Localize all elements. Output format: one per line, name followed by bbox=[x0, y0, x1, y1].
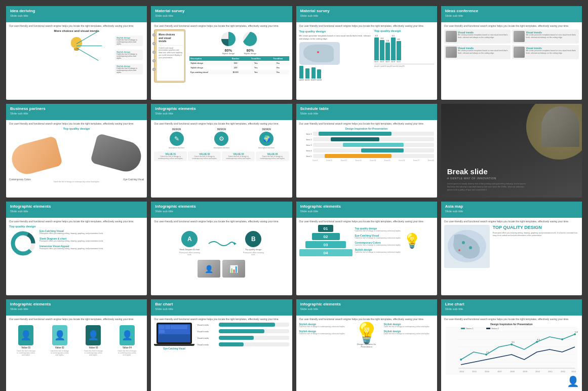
slide-3[interactable]: Material survey Slide sub title Our user… bbox=[296, 6, 437, 100]
pyramid-label-3: Contemporary Colors Catch the feel of de… bbox=[355, 241, 401, 246]
slide-14-title: Bar chart bbox=[155, 302, 288, 307]
slide-12-body: Our user-friendly and functional search … bbox=[441, 218, 582, 292]
slide-10[interactable]: Infographic elements Slide sub title Our… bbox=[151, 202, 292, 295]
slide-8[interactable]: Break slide A GENTLE WAY OF INNOVATION L… bbox=[441, 104, 582, 198]
gantt-row-3: Item 3 bbox=[299, 143, 434, 147]
slide-16-title: Line chart bbox=[445, 302, 578, 307]
svg-text:5.8: 5.8 bbox=[575, 331, 578, 333]
slide-9[interactable]: Infographic elements Slide sub title Our… bbox=[6, 202, 147, 295]
slide-2-subtitle: Slide sub title bbox=[155, 14, 288, 17]
slide-3-title: Material survey bbox=[300, 9, 433, 14]
value-cards: VALUE 01 Catch the feel of design in con… bbox=[154, 151, 289, 161]
break-desc: Lorem ipsum is simply dummy text of the … bbox=[447, 182, 528, 191]
slide-5-desc: Our user-friendly and functional search … bbox=[9, 122, 144, 126]
slide-9-item-2: Sleek Diagram & chart Powerpoint offers … bbox=[40, 237, 144, 242]
slide-3-header: Material survey Slide sub title bbox=[296, 6, 437, 22]
slide-12-desc: Our user-friendly and functional search … bbox=[444, 220, 579, 223]
slide-11-header: Infographic elements Slide sub title bbox=[296, 202, 437, 218]
val-card-4: VALUE 04 Catch the feel of design in con… bbox=[256, 151, 289, 161]
bulb-label-2: Stylish design Catch the feel of design … bbox=[299, 330, 349, 335]
slide-9-desc: Our user-friendly and functional search … bbox=[9, 220, 144, 223]
break-text-block: Break slide A GENTLE WAY OF INNOVATION L… bbox=[447, 168, 528, 192]
slide-1-title: Idea deriving bbox=[10, 9, 143, 14]
svg-text:3.5: 3.5 bbox=[512, 341, 515, 343]
map-layout: TOP QUALITY DESIGN Powerpoint offers you… bbox=[444, 225, 579, 268]
pyramid-02: 02 bbox=[312, 233, 340, 240]
svg-text:2008: 2008 bbox=[510, 370, 515, 373]
chart-person-icon: 👤 bbox=[567, 375, 579, 387]
slide-12-header: Asia map Slide sub title bbox=[441, 202, 582, 218]
vt-img-4 bbox=[514, 47, 525, 58]
slide-3-content: Top quality design We create presenter t… bbox=[299, 29, 434, 82]
slide-2-body: Our user-friendly and functional search … bbox=[151, 22, 292, 97]
slide-15-desc: Our user-friendly and functional search … bbox=[299, 318, 434, 321]
svg-text:2007: 2007 bbox=[497, 370, 502, 373]
hand-left bbox=[9, 136, 63, 177]
slide-14-subtitle: Slide sub title bbox=[155, 307, 288, 310]
slide-9-header: Infographic elements Slide sub title bbox=[6, 202, 147, 218]
slide-9-item-3: Immersive Visual Appeal Powerpoint offer… bbox=[40, 245, 144, 250]
slide-11-title: Infographic elements bbox=[300, 204, 433, 209]
slide-15-title: Infographic elements bbox=[300, 302, 433, 307]
svg-text:2014: 2014 bbox=[571, 370, 576, 373]
slide-2[interactable]: Material survey Slide sub title Our user… bbox=[151, 6, 292, 100]
slide-9-section: Top quality design bbox=[9, 225, 144, 228]
slide-10-subtitle: Slide sub title bbox=[155, 210, 288, 213]
pyramid-content: 01 02 03 04 Top quality design Catch the… bbox=[299, 225, 434, 256]
slide-10-desc: Our user-friendly and functional search … bbox=[154, 220, 289, 223]
map-pin bbox=[317, 51, 319, 53]
slide-6-body: Our user-friendly and functional search … bbox=[151, 120, 292, 194]
pyramid-label-4: Stylish design Catch the feel of design … bbox=[355, 248, 401, 253]
notebook-page: More choicesand visualtrends Colorful an… bbox=[156, 31, 184, 81]
gantt-row-4: Item 4 bbox=[299, 148, 434, 152]
slide-10-title: Infographic elements bbox=[155, 204, 288, 209]
person-1: 👤 Value 01 Catch the feel of design in c… bbox=[16, 325, 36, 356]
slide-12[interactable]: Asia map Slide sub title Our user-friend… bbox=[441, 202, 582, 295]
flow-box-2: Stylish design Catch the feel of design … bbox=[115, 50, 143, 60]
svg-text:2009: 2009 bbox=[523, 370, 528, 373]
icon-design-3: DESIGN 🌍 description text here bbox=[258, 128, 275, 149]
val-card-2: VALUE 02 Catch the feel of design in con… bbox=[188, 151, 221, 161]
path-a-label: Sleek Diagram & chart bbox=[179, 248, 200, 251]
pyramid-01: 01 bbox=[318, 225, 333, 232]
slide-6[interactable]: Infographic elements Slide sub title Our… bbox=[151, 104, 292, 198]
barchart-layout: Eye-Catching Visual Visual trends Visual… bbox=[154, 323, 289, 350]
slide-13-header: Infographic elements Slide sub title bbox=[6, 299, 147, 316]
line-chart-svg: 2.1 3.5 4.2 5.8 2004 2005 2006 2007 2008… bbox=[444, 327, 579, 375]
slide-4[interactable]: Ideas conference Slide sub title Our use… bbox=[441, 6, 582, 100]
slides-grid: Idea deriving Slide sub title Our user-f… bbox=[6, 6, 582, 391]
slide-13-subtitle: Slide sub title bbox=[10, 307, 143, 310]
slide-10-header: Infographic elements Slide sub title bbox=[151, 202, 292, 218]
data-table: Description Number Trend/this Trend/last… bbox=[189, 56, 289, 74]
slide-5-footer: Catch the feel of design in contemporary… bbox=[9, 181, 144, 183]
slide-14[interactable]: Bar chart Slide sub title Our user-frien… bbox=[151, 299, 292, 391]
slide-2-right: 60% Stylish design 80% Stylish design bbox=[189, 29, 289, 74]
slide-11[interactable]: Infographic elements Slide sub title Our… bbox=[296, 202, 437, 295]
bar-cluster: label01 label02 label03 label04 bbox=[299, 66, 372, 82]
slide-13-body: Our user-friendly and functional search … bbox=[6, 316, 147, 390]
svg-text:Series 2: Series 2 bbox=[491, 327, 499, 330]
icon-design-1: DESIGN ✎ description text here bbox=[169, 128, 185, 149]
slide-15[interactable]: Infographic elements Slide sub title Our… bbox=[296, 299, 437, 391]
svg-rect-39 bbox=[486, 328, 490, 329]
slide-7-subtitle: Slide sub title bbox=[300, 112, 433, 115]
slide-1-subtitle: Slide sub title bbox=[10, 14, 143, 17]
slide-3-subtitle: Slide sub title bbox=[300, 14, 433, 17]
slide-16[interactable]: Line chart Slide sub title Our user-frie… bbox=[441, 299, 582, 391]
slide-11-subtitle: Slide sub title bbox=[300, 210, 433, 213]
slide-5[interactable]: Business partners Slide sub title Our us… bbox=[6, 104, 147, 198]
pie-2: 80% Stylish design bbox=[241, 29, 260, 55]
flow-line-ml bbox=[76, 46, 102, 46]
slide-7[interactable]: Schedule table Slide sub title Our user-… bbox=[296, 104, 437, 198]
slide-13[interactable]: Infographic elements Slide sub title Our… bbox=[6, 299, 147, 391]
laptop-area: Eye-Catching Visual bbox=[154, 323, 194, 350]
slide-7-header: Schedule table Slide sub title bbox=[296, 104, 437, 120]
pyramid-shape: 01 02 03 04 bbox=[299, 225, 352, 256]
slide-1[interactable]: Idea deriving Slide sub title Our user-f… bbox=[6, 6, 147, 100]
center-bulb: 💡 Design Inspiration for Presentation bbox=[351, 323, 382, 348]
path-flow: A Sleek Diagram & chart Powerpoint offer… bbox=[154, 231, 289, 256]
map-desc: Powerpoint offers you amazing writing, d… bbox=[493, 232, 579, 238]
svg-point-20 bbox=[536, 341, 538, 343]
vt-img-2 bbox=[514, 31, 525, 42]
pie-group: 60% Stylish design 80% Stylish design bbox=[189, 29, 289, 55]
